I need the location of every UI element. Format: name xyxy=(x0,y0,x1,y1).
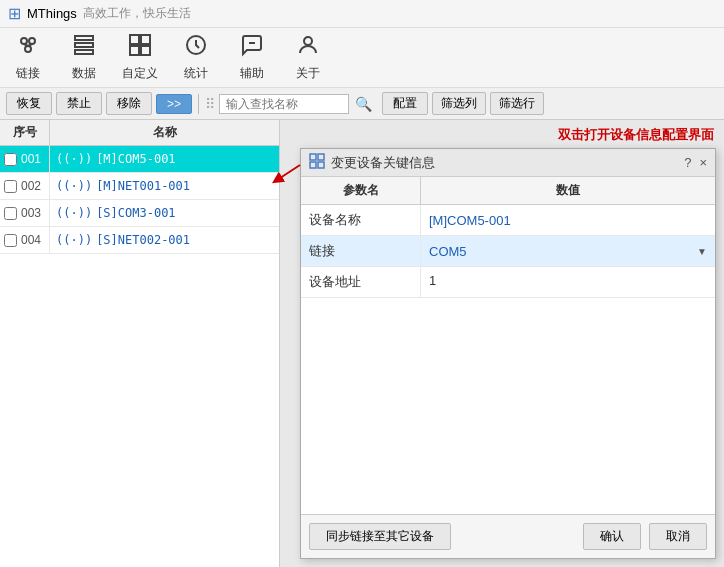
confirm-button[interactable]: 确认 xyxy=(583,523,641,550)
row-checkbox[interactable] xyxy=(4,207,17,220)
svg-rect-17 xyxy=(310,162,316,168)
param-value-device-name[interactable]: [M]COM5-001 xyxy=(421,205,715,235)
dialog-title-area: 变更设备关键信息 xyxy=(309,153,435,172)
list-item[interactable]: 003 ((·)) [S]COM3-001 xyxy=(0,200,279,227)
list-item[interactable]: 004 ((·)) [S]NET002-001 xyxy=(0,227,279,254)
toolbar-assist-label: 辅助 xyxy=(240,65,264,82)
wifi-icon: ((·)) xyxy=(56,233,92,247)
dialog-help-button[interactable]: ? xyxy=(684,155,691,170)
stats-icon xyxy=(184,33,208,63)
row-name: ((·)) [S]NET002-001 xyxy=(50,227,279,253)
toolbar-link[interactable]: 链接 xyxy=(8,33,48,82)
toolbar: 链接 数据 自定义 统计 xyxy=(0,28,724,88)
param-label: 设备名称 xyxy=(301,205,421,235)
row-num: 001 xyxy=(0,146,50,172)
col-num: 序号 xyxy=(0,120,50,145)
about-icon xyxy=(296,33,320,63)
row-num: 004 xyxy=(0,227,50,253)
filter-col-button[interactable]: 筛选行 xyxy=(490,92,544,115)
wifi-icon: ((·)) xyxy=(56,206,92,220)
search-input[interactable] xyxy=(219,94,349,114)
row-name: ((·)) [S]COM3-001 xyxy=(50,200,279,226)
svg-rect-16 xyxy=(318,154,324,160)
dialog-controls: ? × xyxy=(684,155,707,170)
app-logo: ⊞ xyxy=(8,4,21,23)
wifi-icon: ((·)) xyxy=(56,179,92,193)
filter-row-button[interactable]: 筛选列 xyxy=(432,92,486,115)
row-name: ((·)) [M]NET001-001 xyxy=(50,173,279,199)
disable-button[interactable]: 禁止 xyxy=(56,92,102,115)
row-checkbox[interactable] xyxy=(4,234,17,247)
device-list: 序号 名称 001 ((·)) [M]COM5-001 002 ((·)) [M… xyxy=(0,120,280,567)
toolbar-about-label: 关于 xyxy=(296,65,320,82)
sync-button[interactable]: 同步链接至其它设备 xyxy=(309,523,451,550)
config-button[interactable]: 配置 xyxy=(382,92,428,115)
remove-button[interactable]: 移除 xyxy=(106,92,152,115)
annotation-text: 双击打开设备信息配置界面 xyxy=(558,126,714,144)
svg-point-1 xyxy=(29,38,35,44)
toolbar-data[interactable]: 数据 xyxy=(64,33,104,82)
list-item[interactable]: 001 ((·)) [M]COM5-001 xyxy=(0,146,279,173)
data-icon xyxy=(72,33,96,63)
svg-rect-5 xyxy=(75,36,93,40)
wifi-icon: ((·)) xyxy=(56,152,92,166)
svg-line-3 xyxy=(24,44,28,46)
param-col-header: 参数名 xyxy=(301,177,421,204)
svg-rect-6 xyxy=(75,43,93,47)
dialog-table: 参数名 数值 设备名称 [M]COM5-001 链接 COM5 ▼ xyxy=(301,177,715,514)
svg-rect-8 xyxy=(130,35,139,44)
row-name: ((·)) [M]COM5-001 xyxy=(50,146,279,172)
dropdown-arrow-icon: ▼ xyxy=(697,246,707,257)
customize-icon xyxy=(128,33,152,63)
toolbar-stats[interactable]: 统计 xyxy=(176,33,216,82)
toolbar-about[interactable]: 关于 xyxy=(288,33,328,82)
svg-rect-10 xyxy=(130,46,139,55)
main-content: 序号 名称 001 ((·)) [M]COM5-001 002 ((·)) [M… xyxy=(0,120,724,567)
dialog-header: 变更设备关键信息 ? × xyxy=(301,149,715,177)
row-num: 002 xyxy=(0,173,50,199)
param-value-address[interactable]: 1 xyxy=(421,267,715,297)
link-icon xyxy=(16,33,40,63)
dialog-area: 双击打开设备信息配置界面 xyxy=(280,120,724,567)
svg-rect-9 xyxy=(141,35,150,44)
svg-point-14 xyxy=(304,37,312,45)
svg-point-2 xyxy=(25,46,31,52)
row-num: 003 xyxy=(0,200,50,226)
separator xyxy=(198,94,199,114)
dialog-row-device-name: 设备名称 [M]COM5-001 xyxy=(301,205,715,236)
app-slogan: 高效工作，快乐生活 xyxy=(83,5,191,22)
toolbar-data-label: 数据 xyxy=(72,65,96,82)
dialog-close-button[interactable]: × xyxy=(699,155,707,170)
value-col-header: 数值 xyxy=(421,177,715,204)
svg-rect-7 xyxy=(75,50,93,54)
svg-rect-15 xyxy=(310,154,316,160)
search-icon[interactable]: 🔍 xyxy=(355,96,372,112)
dialog-table-header: 参数名 数值 xyxy=(301,177,715,205)
param-label: 链接 xyxy=(301,236,421,266)
svg-point-0 xyxy=(21,38,27,44)
title-bar: ⊞ MThings 高效工作，快乐生活 xyxy=(0,0,724,28)
restore-button[interactable]: 恢复 xyxy=(6,92,52,115)
col-name: 名称 xyxy=(50,120,279,145)
list-header: 序号 名称 xyxy=(0,120,279,146)
list-item[interactable]: 002 ((·)) [M]NET001-001 xyxy=(0,173,279,200)
row-checkbox[interactable] xyxy=(4,153,17,166)
arrow-button[interactable]: >> xyxy=(156,94,192,114)
dialog-title: 变更设备关键信息 xyxy=(331,154,435,172)
app-name: MThings xyxy=(27,6,77,21)
grip-icon: ⠿ xyxy=(205,96,215,112)
cancel-button[interactable]: 取消 xyxy=(649,523,707,550)
svg-rect-18 xyxy=(318,162,324,168)
toolbar-customize-label: 自定义 xyxy=(122,65,158,82)
toolbar-customize[interactable]: 自定义 xyxy=(120,33,160,82)
svg-rect-11 xyxy=(141,46,150,55)
toolbar-assist[interactable]: 辅助 xyxy=(232,33,272,82)
svg-line-4 xyxy=(28,44,32,46)
row-checkbox[interactable] xyxy=(4,180,17,193)
param-label: 设备地址 xyxy=(301,267,421,297)
dialog-row-link: 链接 COM5 ▼ xyxy=(301,236,715,267)
param-value-link[interactable]: COM5 ▼ xyxy=(421,236,715,266)
action-bar: 恢复 禁止 移除 >> ⠿ 🔍 配置 筛选列 筛选行 xyxy=(0,88,724,120)
dialog-row-address: 设备地址 1 xyxy=(301,267,715,298)
dialog-footer: 同步链接至其它设备 确认 取消 xyxy=(301,514,715,558)
